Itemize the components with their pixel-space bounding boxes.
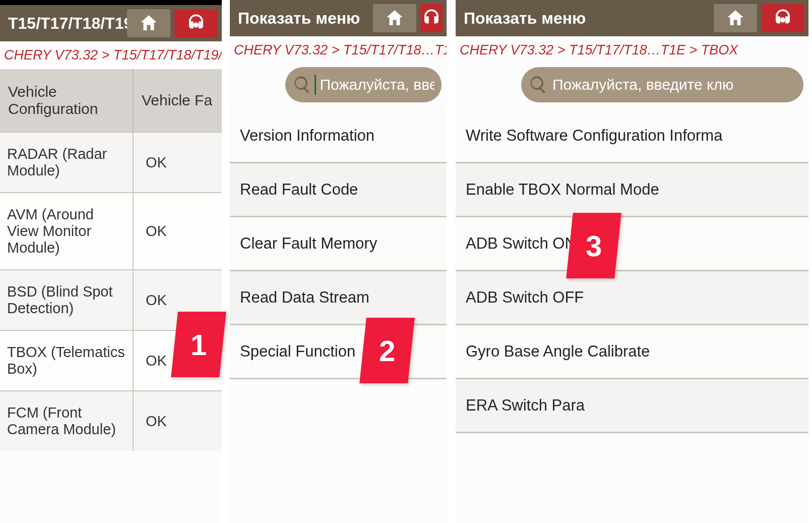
support-button[interactable]	[420, 4, 443, 32]
module-status: OK	[134, 391, 222, 451]
step-badge-3: 3	[566, 213, 621, 278]
search-input[interactable]: Пожалуйста, введите клю	[521, 67, 803, 102]
table-row[interactable]: AVM (Around View Monitor Module) OK	[0, 192, 222, 269]
step-badge-1: 1	[171, 312, 226, 377]
list-item[interactable]: ADB Switch OFF	[456, 271, 808, 325]
home-button[interactable]	[127, 9, 170, 37]
app-header: T15/T17/T18/T19	[0, 5, 222, 41]
table-row[interactable]: FCM (Front Camera Module) OK	[0, 390, 222, 451]
module-name: TBOX (Telematics Box)	[0, 331, 134, 390]
module-status: OK	[134, 193, 222, 269]
list-item[interactable]: Version Information	[230, 109, 447, 163]
list-item[interactable]: ADB Switch ON	[456, 217, 808, 271]
screen-2: Показать меню CHERY V73.32 > T15/T17/T18…	[230, 0, 447, 523]
module-status: OK	[134, 133, 222, 192]
home-icon	[138, 13, 159, 34]
col-header-config: Vehicle Configuration	[0, 69, 134, 132]
home-icon	[725, 8, 746, 29]
module-name: FCM (Front Camera Module)	[0, 391, 134, 451]
module-name: RADAR (Radar Module)	[0, 133, 134, 192]
list-item[interactable]: Clear Fault Memory	[230, 217, 447, 271]
headset-icon	[421, 8, 442, 29]
svg-point-1	[780, 17, 786, 23]
screen-1: T15/T17/T18/T19 CHERY V73.32 > T15/T17/T…	[0, 0, 222, 523]
app-header: Показать меню	[230, 0, 447, 36]
list-item[interactable]: Enable TBOX Normal Mode	[456, 163, 808, 217]
breadcrumb: CHERY V73.32 > T15/T17/T18…T1E	[230, 36, 447, 64]
list-item[interactable]: Read Fault Code	[230, 163, 447, 217]
menu-list: Version Information Read Fault Code Clea…	[230, 109, 447, 379]
search-icon	[292, 75, 313, 95]
module-name: AVM (Around View Monitor Module)	[0, 193, 134, 269]
header-title: T15/T17/T18/T19	[0, 14, 127, 33]
android-status-bar	[0, 0, 222, 5]
headset-icon	[772, 8, 793, 29]
list-item[interactable]: Write Software Configuration Informa	[456, 109, 808, 163]
home-button[interactable]	[373, 4, 416, 32]
search-placeholder: Пожалуйста, введи	[320, 76, 434, 93]
home-icon	[384, 8, 405, 29]
table-header: Vehicle Configuration Vehicle Fa	[0, 69, 222, 132]
search-icon	[528, 75, 548, 95]
col-header-fault: Vehicle Fa	[134, 69, 222, 132]
table-row[interactable]: RADAR (Radar Module) OK	[0, 132, 222, 192]
header-title: Показать меню	[230, 9, 373, 28]
search-placeholder: Пожалуйста, введите клю	[552, 76, 733, 93]
screen-3: Показать меню CHERY V73.32 > T15/T17/T18…	[456, 0, 808, 523]
home-button[interactable]	[714, 4, 757, 32]
breadcrumb: CHERY V73.32 > T15/T17/T18…T1E > TBOX	[456, 36, 808, 64]
app-header: Показать меню	[456, 0, 808, 36]
support-button[interactable]	[174, 9, 218, 37]
module-name: BSD (Blind Spot Detection)	[0, 270, 134, 330]
text-cursor	[315, 75, 316, 95]
vehicle-table: Vehicle Configuration Vehicle Fa RADAR (…	[0, 69, 222, 451]
list-item[interactable]: Read Data Stream	[230, 271, 447, 325]
support-button[interactable]	[761, 4, 804, 32]
step-badge-2: 2	[359, 318, 415, 383]
list-item[interactable]: Gyro Base Angle Calibrate	[456, 325, 808, 379]
menu-list: Write Software Configuration Informa Ena…	[456, 109, 808, 433]
header-title: Показать меню	[456, 9, 714, 28]
list-item[interactable]: Special Function	[230, 325, 447, 379]
headset-icon	[185, 13, 207, 34]
breadcrumb: CHERY V73.32 > T15/T17/T18/T19/T1A	[0, 41, 222, 69]
list-item[interactable]: ERA Switch Para	[456, 379, 808, 433]
svg-point-0	[194, 22, 199, 28]
search-input[interactable]: Пожалуйста, введи	[285, 67, 442, 102]
